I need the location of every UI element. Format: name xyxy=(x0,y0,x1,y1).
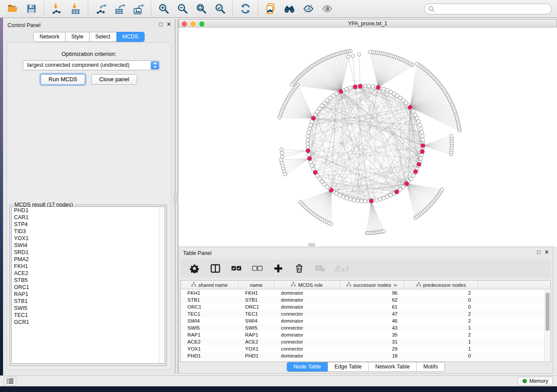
tab-select[interactable]: Select xyxy=(90,32,117,42)
refresh-icon[interactable] xyxy=(239,3,251,15)
mcds-result-item[interactable]: SWI5 xyxy=(12,305,165,312)
vertical-splitter[interactable] xyxy=(175,19,178,374)
close-window-icon[interactable] xyxy=(182,21,187,27)
mcds-result-item[interactable]: PHD1 xyxy=(12,207,165,214)
status-bar: Memory xyxy=(0,375,557,386)
network-view-window: YPA_prune.txt_1 xyxy=(178,19,557,247)
mcds-result-item[interactable]: STP4 xyxy=(12,221,165,228)
mcds-list-scrollbar[interactable] xyxy=(159,207,164,363)
table-toolbar: f(x) xyxy=(180,259,551,278)
network-canvas[interactable] xyxy=(178,28,557,247)
tab-node-table[interactable]: Node Table xyxy=(287,362,328,371)
cell-predecessor-nodes: 1 xyxy=(405,345,478,352)
table-row[interactable]: FKH1FKH1dominator962 xyxy=(181,289,550,296)
mcds-result-item[interactable]: STB5 xyxy=(12,277,165,284)
cell-name: ACE2 xyxy=(239,338,274,345)
search-binoculars-icon[interactable] xyxy=(284,3,295,15)
close-table-panel-icon[interactable]: ✕ xyxy=(544,249,549,255)
mcds-result-list[interactable]: PHD1CAR1STP4TID3YOX1SWI4SRD1PMA2FKH1ACE2… xyxy=(11,206,165,364)
float-panel-icon[interactable]: □ xyxy=(159,21,163,28)
save-session-icon[interactable] xyxy=(25,3,37,15)
cell-predecessor-nodes: 0 xyxy=(405,296,478,303)
mcds-result-item[interactable]: STB1 xyxy=(12,298,165,305)
tab-style[interactable]: Style xyxy=(66,32,90,42)
mcds-result-item[interactable]: GCR1 xyxy=(12,319,165,326)
mcds-result-item[interactable]: ACE2 xyxy=(12,270,165,277)
mcds-result-item[interactable]: TID3 xyxy=(12,228,165,235)
zoom-out-icon[interactable] xyxy=(176,3,188,15)
mcds-result-item[interactable]: TEC1 xyxy=(12,312,165,319)
column-header-name[interactable]: name xyxy=(239,281,274,289)
mcds-result-item[interactable]: RAP1 xyxy=(12,291,165,298)
tab-mcds[interactable]: MCDS xyxy=(117,32,145,42)
minimize-window-icon[interactable] xyxy=(190,21,196,27)
table-row[interactable]: RAP1RAP1dominator352 xyxy=(181,331,550,338)
select-all-rows-icon[interactable] xyxy=(231,263,242,274)
show-all-icon[interactable] xyxy=(321,3,333,15)
mcds-result-item[interactable]: PMA2 xyxy=(12,256,165,263)
memory-button[interactable]: Memory xyxy=(518,377,553,385)
close-panel-icon[interactable]: ✕ xyxy=(166,21,171,28)
memory-status-icon xyxy=(522,379,527,383)
export-network-icon[interactable] xyxy=(95,3,107,15)
delete-column-icon[interactable] xyxy=(294,263,304,274)
tab-edge-table[interactable]: Edge Table xyxy=(328,362,368,371)
float-table-panel-icon[interactable]: □ xyxy=(537,249,540,255)
search-input[interactable] xyxy=(435,6,544,12)
tab-network[interactable]: Network xyxy=(33,32,66,42)
maximize-window-icon[interactable] xyxy=(199,21,204,27)
mcds-result-item[interactable]: YOX1 xyxy=(12,235,165,242)
table-row[interactable]: SWI4SWI4dominator462 xyxy=(181,317,550,324)
mcds-result-item[interactable]: SWI4 xyxy=(12,242,165,249)
add-column-icon[interactable] xyxy=(273,263,284,274)
run-mcds-button[interactable]: Run MCDS xyxy=(41,74,85,85)
share-network-icon[interactable] xyxy=(265,3,277,15)
export-image-icon[interactable] xyxy=(132,3,144,15)
tab-network-table[interactable]: Network Table xyxy=(368,362,416,371)
table-row[interactable]: PHD1PHD1dominator180 xyxy=(181,352,550,359)
cell-MCDS-role: dominator xyxy=(274,352,340,359)
cell-name: SWI4 xyxy=(239,317,274,324)
export-table-icon[interactable] xyxy=(114,3,125,15)
table-row[interactable]: TEC1TEC1connector472 xyxy=(181,310,550,317)
close-panel-button[interactable]: Close panel xyxy=(91,74,137,85)
settings-gear-icon[interactable] xyxy=(189,263,200,274)
shared-column-icon xyxy=(291,282,296,288)
deselect-all-rows-icon[interactable] xyxy=(252,263,263,274)
mcds-result-item[interactable]: SRD1 xyxy=(12,249,165,256)
zoom-fit-icon[interactable] xyxy=(195,3,207,15)
cell-successor-nodes: 29 xyxy=(340,345,405,352)
table-row[interactable]: SWI5SWI5connector431 xyxy=(181,324,550,331)
horizontal-splitter-handle[interactable] xyxy=(308,243,315,246)
table-row[interactable]: ACE2ACE2connector311 xyxy=(181,338,550,345)
table-scrollbar[interactable] xyxy=(544,290,550,361)
cell-predecessor-nodes: 2 xyxy=(405,317,478,324)
table-scrollbar-thumb[interactable] xyxy=(546,292,550,331)
column-header-predecessor-nodes[interactable]: predecessor nodes xyxy=(405,281,478,289)
optimization-criterion-select[interactable]: largest connected component (undirected) xyxy=(23,60,160,70)
table-row[interactable]: STB1STB1dominator620 xyxy=(181,296,550,303)
import-network-icon[interactable] xyxy=(51,3,62,15)
import-table-icon[interactable] xyxy=(69,3,81,15)
column-header-shared-name[interactable]: shared name xyxy=(181,281,239,289)
network-window-titlebar[interactable]: YPA_prune.txt_1 xyxy=(178,19,557,28)
cell-MCDS-role: dominator xyxy=(274,289,340,296)
cell-predecessor-nodes: 2 xyxy=(405,289,478,296)
column-header-successor-nodes[interactable]: successor nodes xyxy=(340,281,405,289)
column-header-MCDS-role[interactable]: MCDS role xyxy=(274,281,340,289)
table-row[interactable]: YOX1YOX1connector291 xyxy=(181,345,550,352)
zoom-in-icon[interactable] xyxy=(158,3,170,15)
cell-successor-nodes: 46 xyxy=(340,317,405,324)
mcds-result-item[interactable]: CAR1 xyxy=(12,214,165,221)
zoom-selected-icon[interactable] xyxy=(214,3,226,15)
control-panel-titlebar: Control Panel □ ✕ xyxy=(3,19,175,31)
tab-motifs[interactable]: Motifs xyxy=(416,362,444,371)
hide-unselected-icon[interactable] xyxy=(302,3,314,15)
show-columns-icon[interactable] xyxy=(210,263,221,274)
network-search-box[interactable] xyxy=(424,3,552,14)
table-row[interactable]: ORC1ORC1dominator610 xyxy=(181,303,550,310)
mcds-result-item[interactable]: FKH1 xyxy=(12,263,165,270)
status-menu-button[interactable] xyxy=(4,377,16,385)
open-file-icon[interactable] xyxy=(7,3,18,15)
mcds-result-item[interactable]: ORC1 xyxy=(12,284,165,291)
